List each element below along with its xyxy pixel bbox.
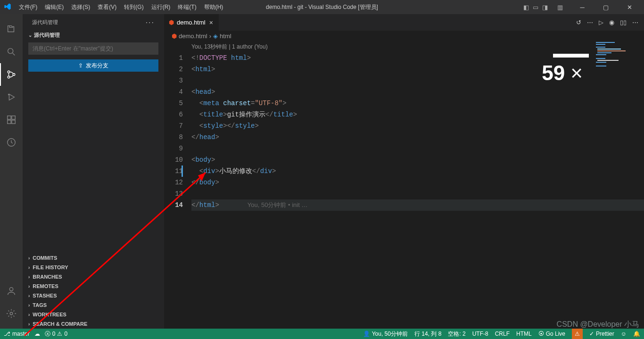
window-title: demo.html - git - Visual Studio Code [管理…: [266, 3, 378, 11]
cloud-upload-icon: ⇪: [78, 62, 83, 69]
section-search-compare[interactable]: ›SEARCH & COMPARE: [23, 319, 164, 329]
menu-run[interactable]: 运行(R): [148, 1, 174, 13]
activity-explorer[interactable]: [0, 18, 23, 41]
status-prettier[interactable]: ✓ Prettier: [589, 331, 614, 337]
code-content[interactable]: You, 13秒钟前 | 1 author (You) <!DOCTYPE ht…: [191, 41, 644, 329]
tab-demo-html[interactable]: ⬢ demo.html ×: [164, 14, 219, 31]
status-golive[interactable]: ⦿ Go Live: [538, 331, 565, 337]
status-cursor-position[interactable]: 行 14, 列 8: [414, 330, 441, 338]
menu-selection[interactable]: 选择(S): [67, 1, 94, 13]
activity-debug[interactable]: [0, 86, 23, 108]
status-branch[interactable]: ⎇ master: [4, 331, 30, 337]
split-editor-icon[interactable]: ▯▯: [620, 19, 627, 26]
activity-extensions[interactable]: [0, 108, 23, 131]
code-editor[interactable]: 1 2 3 4 5 6 7 8 9 10 11 12 13 14 You, 13…: [164, 41, 644, 329]
section-file-history[interactable]: ›FILE HISTORY: [23, 263, 164, 272]
status-bar: ⎇ master ☁ ⓧ0 ⚠0 👤 You, 50分钟前 行 14, 列 8 …: [0, 329, 644, 339]
section-worktrees[interactable]: ›WORKTREES: [23, 310, 164, 319]
section-commits[interactable]: ›COMMITS: [23, 253, 164, 263]
svg-rect-10: [12, 116, 15, 119]
breadcrumb[interactable]: ⬢ demo.html › ◈ html: [164, 31, 644, 41]
svg-rect-23: [597, 60, 619, 61]
sidebar-more-icon[interactable]: ···: [146, 18, 155, 27]
feedback-icon: ☺: [621, 331, 627, 337]
status-encoding[interactable]: UTF-8: [472, 331, 488, 337]
warning-icon: ⚠: [57, 331, 62, 337]
editor-more-icon[interactable]: ⋯: [632, 19, 638, 26]
layout-customize-icon[interactable]: ▥: [556, 4, 564, 11]
html5-icon: ⬢: [172, 33, 177, 40]
section-remotes[interactable]: ›REMOTES: [23, 281, 164, 291]
layout-sidebar-right-icon[interactable]: ◨: [541, 4, 549, 11]
sidebar-header: 源代码管理 ···: [23, 14, 164, 31]
tab-bar: ⬢ demo.html × ↺ ⋯ ▷ ◉ ▯▯ ⋯: [164, 14, 644, 31]
activity-account[interactable]: [0, 280, 23, 302]
menu-edit[interactable]: 编辑(E): [41, 1, 67, 13]
more-actions-icon[interactable]: ⋯: [587, 19, 593, 26]
symbol-icon: ◈: [213, 33, 218, 40]
status-blame[interactable]: 👤 You, 50分钟前: [363, 330, 408, 338]
svg-rect-7: [8, 116, 11, 119]
run-icon[interactable]: ▷: [599, 19, 603, 26]
svg-line-1: [13, 53, 15, 56]
publish-branch-button[interactable]: ⇪ 发布分支: [28, 59, 158, 72]
minimize-button[interactable]: ─: [571, 0, 593, 14]
activity-settings[interactable]: [0, 302, 23, 325]
layout-panel-icon[interactable]: ▭: [532, 4, 539, 11]
compare-changes-icon[interactable]: ↺: [576, 19, 581, 26]
status-problems[interactable]: ⓧ0 ⚠0: [45, 330, 67, 338]
close-tab-icon[interactable]: ×: [208, 19, 214, 26]
chevron-right-icon: ›: [28, 284, 30, 289]
menu-bar: 文件(F) 编辑(E) 选择(S) 查看(V) 转到(G) 运行(R) 终端(T…: [15, 1, 227, 13]
maximize-button[interactable]: ▢: [595, 0, 617, 14]
svg-point-0: [8, 49, 13, 54]
section-tags[interactable]: ›TAGS: [23, 300, 164, 310]
activity-scm[interactable]: [0, 63, 23, 86]
sidebar-title: 源代码管理: [32, 19, 58, 26]
status-eol[interactable]: CRLF: [495, 331, 510, 337]
menu-help[interactable]: 帮助(H): [200, 1, 227, 13]
minimap[interactable]: [595, 41, 637, 74]
menu-file[interactable]: 文件(F): [15, 1, 41, 13]
chevron-right-icon: ›: [28, 312, 30, 317]
status-notifications[interactable]: 🔔: [633, 331, 640, 337]
svg-rect-9: [12, 120, 15, 124]
codelens[interactable]: You, 13秒钟前 | 1 author (You): [191, 41, 644, 52]
svg-point-13: [10, 312, 13, 315]
status-feedback[interactable]: ☺: [621, 331, 627, 337]
debug-icon[interactable]: ◉: [609, 19, 614, 26]
section-stashes[interactable]: ›STASHES: [23, 291, 164, 300]
scm-section-header[interactable]: ⌄ 源代码管理: [23, 31, 164, 40]
activity-search[interactable]: [0, 41, 23, 63]
status-extension-warning[interactable]: ⚠: [572, 329, 583, 339]
menu-go[interactable]: 转到(G): [120, 1, 147, 13]
status-language[interactable]: HTML: [516, 331, 532, 337]
check-icon: ✓: [589, 331, 594, 337]
person-icon: 👤: [363, 331, 370, 337]
activity-gitlens[interactable]: [0, 131, 23, 154]
sidebar: 源代码管理 ··· ⌄ 源代码管理 ⇪ 发布分支 ›COMMITS ›FILE …: [23, 14, 164, 329]
layout-sidebar-left-icon[interactable]: ◧: [522, 4, 530, 11]
line-number-gutter: 1 2 3 4 5 6 7 8 9 10 11 12 13 14: [164, 41, 191, 329]
chevron-right-icon: ›: [28, 274, 30, 280]
svg-rect-8: [8, 120, 11, 124]
layout-controls: ◧ ▭ ◨ ▥: [522, 4, 564, 11]
chevron-right-icon: ›: [28, 265, 30, 270]
commit-message-input[interactable]: [28, 42, 158, 55]
chevron-right-icon: ›: [28, 256, 30, 261]
svg-rect-25: [596, 66, 606, 66]
menu-view[interactable]: 查看(V): [94, 1, 120, 13]
close-button[interactable]: ✕: [619, 0, 640, 14]
chevron-right-icon: ›: [28, 293, 30, 298]
menu-terminal[interactable]: 终端(T): [174, 1, 200, 13]
status-sync[interactable]: ☁: [34, 331, 40, 337]
svg-rect-15: [596, 42, 615, 43]
svg-point-12: [9, 288, 13, 291]
section-branches[interactable]: ›BRANCHES: [23, 272, 164, 281]
status-indentation[interactable]: 空格: 2: [448, 330, 465, 338]
vscode-logo-icon: [4, 3, 15, 12]
error-icon: ⓧ: [45, 330, 50, 338]
chevron-down-icon: ⌄: [28, 33, 32, 38]
svg-point-4: [13, 74, 15, 76]
svg-marker-5: [9, 94, 14, 100]
